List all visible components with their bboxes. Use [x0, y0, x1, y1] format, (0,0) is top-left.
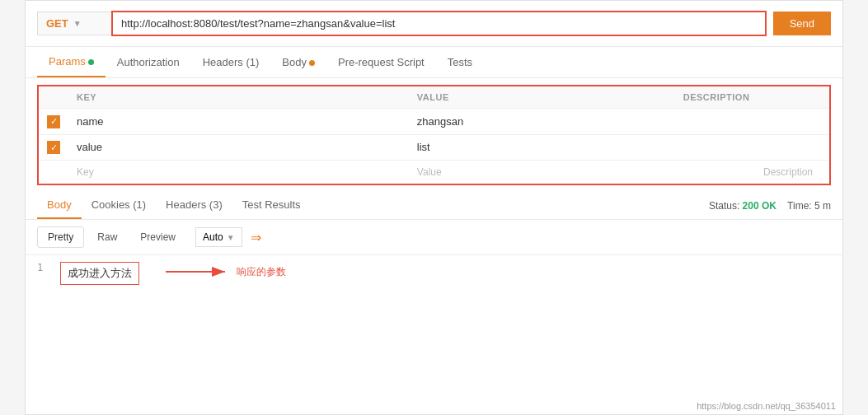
key-cell[interactable]: name [68, 109, 409, 135]
method-label: GET [46, 17, 68, 30]
value-placeholder[interactable]: Value [409, 161, 675, 184]
desc-cell[interactable] [675, 109, 829, 135]
params-table: KEY VALUE DESCRIPTION name zhangsan [39, 86, 829, 184]
tab-test-results[interactable]: Test Results [232, 192, 311, 219]
tab-cookies[interactable]: Cookies (1) [82, 192, 156, 219]
method-select[interactable]: GET ▼ [37, 12, 111, 35]
arrow-svg-bottom [166, 262, 232, 282]
params-dot [88, 59, 94, 65]
response-toolbar: Pretty Raw Preview Auto ▼ ⇒ [26, 220, 842, 255]
watermark: https://blog.csdn.net/qq_36354011 [697, 401, 836, 411]
col-description: DESCRIPTION [675, 86, 829, 109]
response-text: 成功进入方法 [60, 262, 139, 285]
line-number: 1 [37, 262, 50, 273]
wrap-icon[interactable]: ⇒ [251, 230, 261, 245]
resp-tab-pretty[interactable]: Pretty [37, 226, 84, 248]
format-label: Auto [203, 231, 223, 243]
status-label: Status: [709, 200, 739, 212]
status-info: Status: 200 OK Time: 5 m [709, 200, 831, 212]
tab-body-response[interactable]: Body [37, 192, 82, 219]
tab-params[interactable]: Params [37, 47, 106, 77]
desc-cell[interactable] [675, 134, 829, 161]
tab-body[interactable]: Body [270, 48, 326, 77]
col-key: KEY [68, 86, 409, 109]
annotation-bottom-text: 响应的参数 [237, 265, 286, 279]
time-label: Time: [787, 200, 812, 212]
key-placeholder[interactable]: Key [68, 161, 409, 184]
format-select[interactable]: Auto ▼ [195, 227, 242, 247]
response-body-container: 1 成功进入方法 响应的参数 [26, 255, 842, 291]
params-section: KEY VALUE DESCRIPTION name zhangsan [37, 85, 831, 185]
url-bar: GET ▼ Send [26, 1, 842, 47]
annotation-bottom: 响应的参数 [166, 262, 286, 282]
response-body: 1 成功进入方法 响应的参数 [26, 255, 842, 291]
chevron-down-icon: ▼ [73, 19, 82, 28]
time-value: 5 m [814, 200, 831, 212]
resp-tab-preview[interactable]: Preview [130, 227, 185, 247]
url-input[interactable] [111, 11, 767, 36]
col-checkbox [39, 86, 68, 109]
checkbox-cell[interactable] [39, 109, 68, 135]
table-row: value list [39, 134, 829, 161]
desc-placeholder[interactable]: Description [675, 161, 829, 184]
value-cell[interactable]: list [409, 134, 675, 161]
body-dot [309, 60, 315, 66]
send-button[interactable]: Send [773, 12, 831, 35]
request-tabs: Params Authorization Headers (1) Body Pr… [26, 47, 842, 78]
tab-authorization[interactable]: Authorization [106, 48, 191, 77]
table-row: name zhangsan [39, 109, 829, 135]
tab-tests[interactable]: Tests [436, 48, 484, 77]
checkbox-name[interactable] [47, 115, 60, 128]
value-cell[interactable]: zhangsan [409, 109, 675, 135]
checkbox-cell[interactable] [39, 134, 68, 161]
response-tabs-bar: Body Cookies (1) Headers (3) Test Result… [26, 192, 842, 220]
checkbox-value[interactable] [47, 141, 60, 154]
resp-tab-raw[interactable]: Raw [87, 227, 127, 247]
tab-pre-request[interactable]: Pre-request Script [326, 48, 436, 77]
key-cell[interactable]: value [68, 134, 409, 161]
chevron-format-icon: ▼ [227, 233, 235, 242]
tab-headers[interactable]: Headers (1) [191, 48, 271, 77]
response-tabs-left: Body Cookies (1) Headers (3) Test Result… [37, 192, 311, 219]
add-param-row[interactable]: Key Value Description [39, 161, 829, 184]
tab-response-headers[interactable]: Headers (3) [156, 192, 232, 219]
col-value: VALUE [409, 86, 675, 109]
status-value: 200 OK [743, 200, 777, 212]
